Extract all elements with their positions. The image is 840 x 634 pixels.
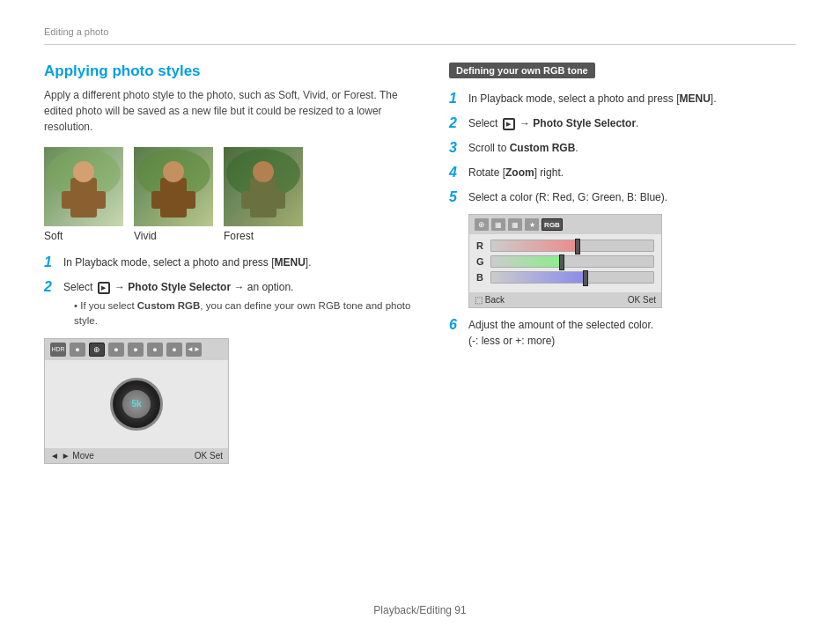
right-step-3: 3 Scroll to Custom RGB. bbox=[449, 140, 796, 156]
left-column: Applying photo styles Apply a different … bbox=[44, 63, 414, 464]
rgb-row-g: G bbox=[476, 255, 654, 268]
page: Editing a photo Applying photo styles Ap… bbox=[0, 0, 840, 634]
breadcrumb: Editing a photo bbox=[44, 26, 796, 45]
rgb-fill-r bbox=[491, 240, 580, 251]
widget-move-label: ◄ ► Move bbox=[50, 451, 94, 461]
right-step-text-6: Adjust the amount of the selected color.… bbox=[468, 317, 653, 349]
rgb-fill-b bbox=[491, 272, 588, 283]
dial-label: 5k bbox=[122, 390, 151, 418]
rgb-thumb-g bbox=[559, 254, 564, 270]
rgb-slider-g bbox=[490, 255, 654, 268]
left-step-num-1: 1 bbox=[44, 254, 56, 270]
style-dial: 5k bbox=[110, 378, 163, 431]
photo-item-soft: Soft bbox=[44, 147, 123, 242]
rgb-back-label: ⬚ Back bbox=[475, 295, 505, 305]
footer-text: Playback/Editing 91 bbox=[373, 604, 466, 616]
rgb-icon-rgb: RGB bbox=[542, 218, 563, 231]
rgb-label-g: G bbox=[476, 256, 485, 267]
widget-main: 5k bbox=[45, 360, 228, 448]
right-step-num-6: 6 bbox=[449, 317, 461, 333]
sub-bullet-custom: If you select Custom RGB, you can define… bbox=[63, 299, 414, 329]
rgb-fill-g bbox=[491, 256, 564, 267]
svg-rect-17 bbox=[275, 191, 285, 209]
photo-label-soft: Soft bbox=[44, 230, 63, 242]
rgb-bottom: ⬚ Back OK Set bbox=[469, 292, 661, 307]
photo-label-vivid: Vivid bbox=[134, 230, 157, 242]
right-column: Defining your own RGB tone 1 In Playback… bbox=[449, 63, 796, 464]
widget-icon-5: ● bbox=[166, 343, 182, 357]
right-steps: 1 In Playback mode, select a photo and p… bbox=[449, 91, 796, 349]
rgb-icon-star: ★ bbox=[525, 218, 539, 231]
play-icon bbox=[98, 282, 110, 294]
rgb-set-label: OK Set bbox=[628, 295, 656, 305]
content-area: Applying photo styles Apply a different … bbox=[44, 63, 796, 464]
rgb-icon-1: ⊕ bbox=[475, 218, 489, 231]
rgb-icon-3: ▦ bbox=[508, 218, 522, 231]
rgb-icon-2: ▦ bbox=[491, 218, 505, 231]
define-badge: Defining your own RGB tone bbox=[449, 63, 595, 78]
right-step-num-2: 2 bbox=[449, 115, 461, 131]
left-step-num-2: 2 bbox=[44, 279, 56, 295]
widget-set-label: OK Set bbox=[195, 451, 223, 461]
widget-icon-1: ● bbox=[70, 343, 85, 357]
photo-style-widget: HDR ● ⊕ ● ● ● ● ◄► 5k ◄ ► Move OK Set bbox=[44, 338, 229, 464]
photo-label-forest: Forest bbox=[224, 230, 254, 242]
right-step-5: 5 Select a color (R: Red, G: Green, B: B… bbox=[449, 189, 796, 205]
rgb-row-b: B bbox=[476, 271, 654, 284]
svg-rect-2 bbox=[70, 178, 97, 217]
svg-point-15 bbox=[253, 161, 274, 182]
svg-rect-10 bbox=[151, 191, 162, 209]
widget-icon-6: ◄► bbox=[186, 343, 202, 357]
rgb-body: R G bbox=[469, 234, 661, 292]
photo-thumb-soft bbox=[44, 147, 123, 226]
svg-rect-5 bbox=[95, 191, 106, 209]
left-step-text-2: Select → Photo Style Selector → an optio… bbox=[63, 279, 414, 329]
section-title: Applying photo styles bbox=[44, 63, 414, 80]
custom-rgb-bold: Custom RGB bbox=[137, 300, 201, 311]
footer: Playback/Editing 91 bbox=[0, 604, 840, 616]
svg-rect-16 bbox=[241, 191, 252, 209]
right-step-text-3: Scroll to Custom RGB. bbox=[468, 140, 578, 156]
rgb-thumb-r bbox=[575, 239, 580, 254]
right-step-text-1: In Playback mode, select a photo and pre… bbox=[468, 91, 717, 107]
description: Apply a different photo style to the pho… bbox=[44, 87, 414, 135]
right-step-text-5: Select a color (R: Red, G: Green, B: Blu… bbox=[468, 189, 667, 205]
menu-key-1: MENU bbox=[274, 256, 305, 269]
right-play-icon bbox=[503, 118, 515, 130]
widget-icon-2: ● bbox=[108, 343, 124, 357]
custom-rgb-bold-3: Custom RGB bbox=[510, 142, 576, 154]
right-menu-key: MENU bbox=[679, 92, 710, 105]
left-step-text-1: In Playback mode, select a photo and pre… bbox=[63, 254, 312, 270]
rgb-row-r: R bbox=[476, 240, 654, 252]
photo-item-vivid: Vivid bbox=[134, 147, 213, 242]
svg-rect-14 bbox=[250, 178, 276, 217]
rgb-slider-b bbox=[490, 271, 654, 284]
left-steps: 1 In Playback mode, select a photo and p… bbox=[44, 254, 414, 329]
photo-thumb-vivid bbox=[134, 147, 213, 226]
svg-rect-4 bbox=[62, 191, 72, 209]
step-6-sub: (-: less or +: more) bbox=[468, 335, 555, 347]
svg-point-3 bbox=[73, 161, 94, 182]
zoom-bold: Zoom bbox=[505, 166, 534, 179]
widget-icon-4: ● bbox=[147, 343, 163, 357]
widget-icon-3: ● bbox=[128, 343, 144, 357]
svg-rect-8 bbox=[160, 178, 187, 217]
right-photo-style-bold: Photo Style Selector bbox=[533, 117, 636, 129]
photo-item-forest: Forest bbox=[224, 147, 303, 242]
rgb-thumb-b bbox=[583, 270, 588, 286]
left-step-1: 1 In Playback mode, select a photo and p… bbox=[44, 254, 414, 270]
right-step-num-5: 5 bbox=[449, 189, 461, 205]
right-step-num-1: 1 bbox=[449, 91, 461, 107]
rgb-toolbar: ⊕ ▦ ▦ ★ RGB bbox=[469, 215, 661, 234]
rgb-label-r: R bbox=[476, 240, 485, 251]
photo-style-bold: Photo Style Selector bbox=[128, 281, 231, 293]
svg-rect-11 bbox=[185, 191, 195, 209]
right-step-2: 2 Select → Photo Style Selector. bbox=[449, 115, 796, 131]
widget-icon-active: ⊕ bbox=[89, 343, 105, 357]
right-step-text-2: Select → Photo Style Selector. bbox=[468, 115, 638, 131]
widget-toolbar: HDR ● ⊕ ● ● ● ● ◄► bbox=[45, 339, 228, 360]
widget-icon-hdr: HDR bbox=[50, 343, 66, 357]
right-step-4: 4 Rotate [Zoom] right. bbox=[449, 165, 796, 181]
right-step-num-4: 4 bbox=[449, 165, 461, 181]
right-step-1: 1 In Playback mode, select a photo and p… bbox=[449, 91, 796, 107]
